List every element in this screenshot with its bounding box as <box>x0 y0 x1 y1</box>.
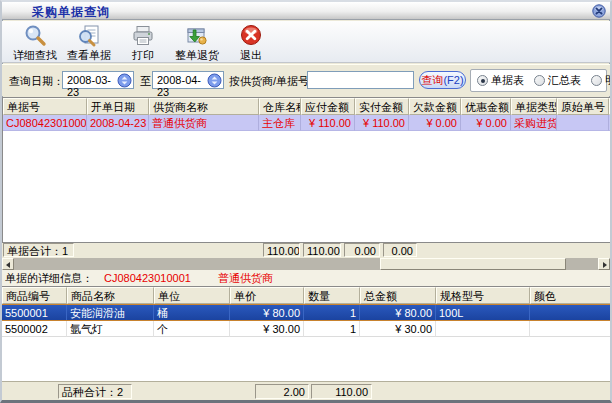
cell-amount: ¥ 30.00 <box>360 321 436 337</box>
table-row[interactable]: CJ080423010001 2008-04-23 普通供货商 主仓库 ¥ 11… <box>3 115 610 131</box>
close-icon[interactable] <box>592 4 606 18</box>
purchase-query-window: 采购单据查询 详细查找 <box>0 0 612 403</box>
query-button[interactable]: 查询(F2) <box>419 71 466 89</box>
toolbar-label: 整单退货 <box>175 49 219 61</box>
title-bar: 采购单据查询 <box>2 2 610 20</box>
column-header: 单据类型 <box>511 98 557 115</box>
query-bar: 查询日期： 2008-03-23 至 2008-04-23 <box>2 64 610 96</box>
column-header: 单价 <box>230 287 304 304</box>
toolbar-label: 详细查找 <box>13 49 57 61</box>
cell-origin-no <box>557 115 609 131</box>
exit-icon <box>238 22 264 49</box>
cell-item-name: 氩气灯 <box>67 321 154 337</box>
column-header: 原始单号 <box>557 98 609 115</box>
date-to-value: 2008-04-23 <box>157 74 201 98</box>
detail-info-bar: 单据的详细信息： CJ080423010001 普通供货商 <box>2 270 610 286</box>
cell-qty: 1 <box>304 321 360 337</box>
cell-color <box>530 305 610 320</box>
date-to-label: 至 <box>140 74 151 89</box>
cell-discount: ¥ 0.00 <box>461 115 511 131</box>
date-range-label: 查询日期： <box>9 74 64 89</box>
column-header: 商品名称 <box>67 287 154 304</box>
view-document-button[interactable]: 查看单据 <box>62 22 116 62</box>
detail-info-label: 单据的详细信息： <box>5 272 93 284</box>
scroll-right-icon[interactable] <box>598 258 610 270</box>
toolbar-label: 退出 <box>240 49 262 61</box>
horizontal-scrollbar[interactable] <box>2 258 610 270</box>
cell-color <box>530 321 610 337</box>
date-from-value: 2008-03-23 <box>67 74 111 98</box>
amount-total: 110.00 <box>311 384 372 399</box>
radio-detail-table[interactable]: 明细表 <box>591 73 612 88</box>
column-header: 商品编号 <box>2 287 67 304</box>
documents-total-label: 单据合计：1 <box>3 243 74 257</box>
detail-search-button[interactable]: 详细查找 <box>8 22 62 62</box>
column-header: 供货商名称 <box>149 98 259 115</box>
column-header: 开单日期 <box>87 98 149 115</box>
cell-item-name: 安能润滑油 <box>67 305 154 320</box>
column-header: 规格型号 <box>436 287 530 304</box>
date-to-field[interactable]: 2008-04-23 <box>152 71 224 89</box>
documents-grid: 单据号 开单日期 供货商名称 仓库名称 应付金额 实付金额 欠款金额 优惠金额 … <box>2 97 610 243</box>
cell-amount: ¥ 80.00 <box>360 305 436 320</box>
documents-summary-row: 单据合计：1 110.00 110.00 0.00 0.00 <box>2 243 610 258</box>
return-order-button[interactable]: 整单退货 <box>170 22 224 62</box>
scroll-left-icon[interactable] <box>2 258 14 270</box>
radio-icon <box>591 75 602 86</box>
total-paid: 110.00 <box>303 243 341 257</box>
column-header: 实付金额 <box>355 98 409 115</box>
total-owed: 0.00 <box>344 243 380 257</box>
qty-total: 2.00 <box>255 384 309 399</box>
column-header: 单位 <box>154 287 230 304</box>
cell-owed: ¥ 0.00 <box>409 115 461 131</box>
column-header: 数量 <box>304 287 360 304</box>
column-header: 单据号 <box>3 98 87 115</box>
scrollbar-thumb[interactable] <box>380 258 566 270</box>
column-header: 总金额 <box>360 287 436 304</box>
exit-button[interactable]: 退出 <box>224 22 278 62</box>
report-type-radio-group: 单据表 汇总表 明细表 <box>470 69 607 92</box>
column-header: 应付金额 <box>301 98 355 115</box>
column-header: 颜色 <box>530 287 610 304</box>
radio-document-table[interactable]: 单据表 <box>477 73 524 88</box>
item-row[interactable]: 5500002 氩气灯 个 ¥ 30.00 1 ¥ 30.00 <box>2 321 610 337</box>
total-discount: 0.00 <box>383 243 417 257</box>
return-order-icon <box>184 22 210 49</box>
cell-date: 2008-04-23 <box>87 115 149 131</box>
radio-summary-table[interactable]: 汇总表 <box>534 73 581 88</box>
cell-price: ¥ 30.00 <box>230 321 304 337</box>
radio-icon <box>477 75 488 86</box>
column-header: 优惠金额 <box>461 98 511 115</box>
magnifier-icon <box>22 22 48 49</box>
cell-unit: 个 <box>154 321 230 337</box>
date-spinner-icon[interactable] <box>207 73 222 90</box>
cell-item-no: 5500002 <box>2 321 67 337</box>
items-grid: 商品编号 商品名称 单位 单价 数量 总金额 规格型号 颜色 5500001 安… <box>2 286 610 381</box>
cell-payable: ¥ 110.00 <box>301 115 355 131</box>
variety-total-label: 品种合计：2 <box>58 384 132 399</box>
cell-qty: 1 <box>304 305 360 320</box>
view-document-icon <box>76 22 102 49</box>
column-header: 经办人 <box>609 98 610 115</box>
column-header: 仓库名称 <box>259 98 301 115</box>
date-spinner-icon[interactable] <box>117 73 132 90</box>
cell-doc-no: CJ080423010001 <box>3 115 87 131</box>
cell-spec: 100L <box>436 305 530 320</box>
cell-spec <box>436 321 530 337</box>
cell-operator: 小王 <box>609 115 610 131</box>
cell-supplier: 普通供货商 <box>149 115 259 131</box>
column-header: 欠款金额 <box>409 98 461 115</box>
detail-doc-no: CJ080423010001 <box>104 272 191 284</box>
total-payable: 110.00 <box>263 243 300 257</box>
item-row-selected[interactable]: 5500001 安能润滑油 桶 ¥ 80.00 1 ¥ 80.00 100L <box>2 304 610 321</box>
cell-paid: ¥ 110.00 <box>355 115 409 131</box>
cell-price: ¥ 80.00 <box>230 305 304 320</box>
print-button[interactable]: 打印 <box>116 22 170 62</box>
search-input[interactable] <box>307 71 414 89</box>
toolbar: 详细查找 查看单据 <box>2 21 610 63</box>
page-title: 采购单据查询 <box>32 4 110 21</box>
date-from-field[interactable]: 2008-03-23 <box>62 71 134 89</box>
radio-icon <box>534 75 545 86</box>
toolbar-label: 打印 <box>132 49 154 61</box>
footer-totals: 品种合计：2 2.00 110.00 <box>2 381 610 401</box>
